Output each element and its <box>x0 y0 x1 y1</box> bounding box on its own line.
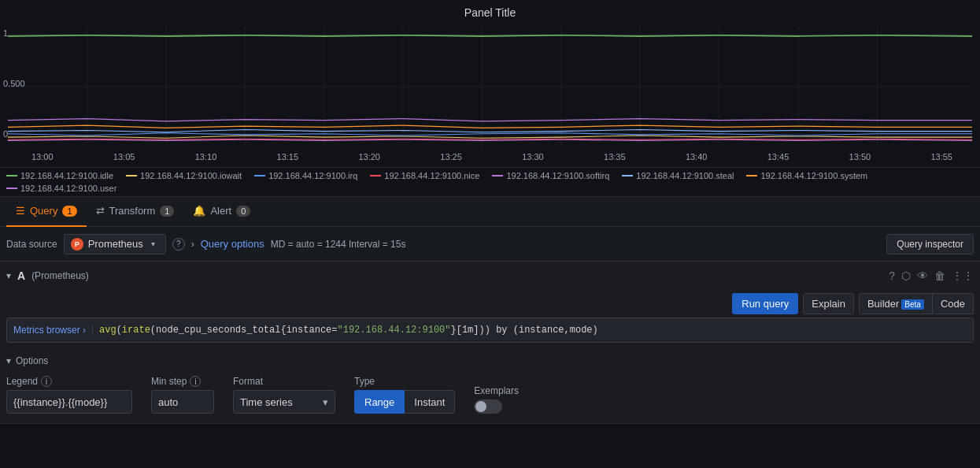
legend-color <box>492 175 503 176</box>
type-buttons: Range Instant <box>354 390 455 414</box>
y-label-2: 0.500 <box>3 79 25 88</box>
query-help-icon[interactable]: ? <box>889 269 895 282</box>
legend-option-label: Legend i <box>6 376 132 387</box>
legend-info-icon[interactable]: i <box>41 376 52 387</box>
x-label: 13:45 <box>767 152 790 162</box>
legend-item[interactable]: 192.168.44.12:9100.irq <box>254 171 357 180</box>
options-grid: Legend i Min step i Format Time seri <box>6 370 974 420</box>
x-label: 13:20 <box>358 152 380 162</box>
legend-label: 192.168.44.12:9100.irq <box>268 171 357 180</box>
min-step-info-icon[interactable]: i <box>190 376 201 387</box>
y-label-3: 0 <box>3 129 25 139</box>
legend-item[interactable]: 192.168.44.12:9100.nice <box>370 171 479 180</box>
exemplars-label-text: Exemplars <box>474 385 519 396</box>
legend-color <box>126 175 137 176</box>
beta-badge: Beta <box>901 299 924 310</box>
chevron-down-icon: ▾ <box>151 240 155 248</box>
tab-alert-badge: 0 <box>236 206 250 217</box>
legend-label: 192.168.44.12:9100.nice <box>384 171 479 180</box>
options-header[interactable]: ▾ Options <box>6 352 974 370</box>
min-step-input[interactable] <box>151 390 214 414</box>
datasource-info-icon[interactable]: ? <box>172 238 185 251</box>
min-step-option-group: Min step i <box>151 376 214 414</box>
legend-option-group: Legend i <box>6 376 132 414</box>
min-step-label-text: Min step <box>151 376 187 387</box>
query-options-link[interactable]: Query options <box>201 238 264 250</box>
min-step-option-label: Min step i <box>151 376 214 387</box>
query-expression[interactable]: avg(irate(node_cpu_seconds_total{instanc… <box>99 325 967 336</box>
x-label: 13:00 <box>31 152 54 162</box>
run-query-button[interactable]: Run query <box>732 293 798 314</box>
type-option-group: Type Range Instant <box>354 376 455 414</box>
legend-color <box>6 188 17 189</box>
x-label: 13:30 <box>522 152 544 162</box>
format-select[interactable]: Time series ▾ <box>233 390 335 414</box>
chart-x-labels: 13:00 13:05 13:10 13:15 13:20 13:25 13:3… <box>8 150 972 162</box>
legend-item[interactable]: 192.168.44.12:9100.iowait <box>126 171 242 180</box>
explain-button[interactable]: Explain <box>803 293 854 314</box>
query-options-bar: Data source P Prometheus ▾ ? › Query opt… <box>0 227 980 262</box>
legend-color <box>746 175 757 176</box>
tab-alert-icon: 🔔 <box>193 205 205 217</box>
type-label-text: Type <box>354 376 375 387</box>
chevron-right-icon[interactable]: › <box>191 239 194 250</box>
query-copy-icon[interactable]: ⬡ <box>901 269 911 282</box>
datasource-label: Data source <box>6 239 57 250</box>
type-instant-button[interactable]: Instant <box>405 390 455 414</box>
legend-color <box>254 175 265 176</box>
legend-label: 192.168.44.12:9100.user <box>20 184 116 193</box>
tab-transform[interactable]: ⇄ Transform 1 <box>87 197 184 227</box>
query-more-icon[interactable]: ⋮⋮ <box>952 269 974 282</box>
toggle-knob <box>475 401 486 412</box>
chart-svg <box>8 26 972 148</box>
legend-item[interactable]: 192.168.44.12:9100.idle <box>6 171 113 180</box>
query-eye-icon[interactable]: 👁 <box>917 269 928 282</box>
chart-area: 1 0.500 0 13:00 13:05 13:10 13:15 <box>0 22 980 168</box>
datasource-select[interactable]: P Prometheus ▾ <box>64 234 166 254</box>
metrics-query-row: Metrics browser › avg(irate(node_cpu_sec… <box>6 318 974 343</box>
x-label: 13:35 <box>604 152 626 162</box>
options-label: Options <box>16 355 48 366</box>
tabs-bar: ☰ Query 1 ⇄ Transform 1 🔔 Alert 0 <box>0 197 980 227</box>
query-toolbar: Run query Explain BuilderBeta Code <box>6 293 974 314</box>
legend-label: 192.168.44.12:9100.idle <box>20 171 113 180</box>
builder-button[interactable]: BuilderBeta <box>859 293 933 314</box>
legend-label: 192.168.44.12:9100.system <box>760 171 867 180</box>
query-inspector-button[interactable]: Query inspector <box>886 234 974 254</box>
legend-label-text: Legend <box>6 376 38 387</box>
tab-query-icon: ☰ <box>16 205 25 217</box>
legend-label: 192.168.44.12:9100.softirq <box>506 171 609 180</box>
code-button[interactable]: Code <box>933 293 974 314</box>
metrics-browser-button[interactable]: Metrics browser › <box>13 325 93 336</box>
tab-transform-icon: ⇄ <box>96 205 105 217</box>
x-label: 13:55 <box>930 152 952 162</box>
legend-label: 192.168.44.12:9100.iowait <box>140 171 242 180</box>
y-label-1: 1 <box>3 28 25 38</box>
legend-input[interactable] <box>6 390 132 414</box>
x-label: 13:10 <box>195 152 217 162</box>
legend-item[interactable]: 192.168.44.12:9100.steal <box>622 171 734 180</box>
query-datasource-name: (Prometheus) <box>31 270 882 281</box>
query-delete-icon[interactable]: 🗑 <box>934 269 945 282</box>
tab-alert[interactable]: 🔔 Alert 0 <box>183 197 260 227</box>
type-range-button[interactable]: Range <box>354 390 405 414</box>
format-label-text: Format <box>233 376 263 387</box>
legend-item[interactable]: 192.168.44.12:9100.user <box>6 184 116 193</box>
legend-item[interactable]: 192.168.44.12:9100.system <box>746 171 867 180</box>
format-value: Time series <box>240 396 293 408</box>
query-row-header: ▾ A (Prometheus) ? ⬡ 👁 🗑 ⋮⋮ <box>0 262 980 290</box>
legend-area: 192.168.44.12:9100.idle 192.168.44.12:91… <box>0 168 980 197</box>
format-chevron-icon: ▾ <box>323 396 328 408</box>
options-collapse-icon: ▾ <box>6 355 11 366</box>
x-label: 13:40 <box>686 152 708 162</box>
query-meta: MD = auto = 1244 Interval = 15s <box>271 239 881 250</box>
x-label: 13:50 <box>849 152 871 162</box>
exemplars-option-label: Exemplars <box>474 385 519 396</box>
exemplars-toggle[interactable] <box>474 399 502 414</box>
tab-query-label: Query <box>30 205 57 217</box>
legend-item[interactable]: 192.168.44.12:9100.softirq <box>492 171 609 180</box>
legend-color <box>622 175 633 176</box>
collapse-button[interactable]: ▾ <box>6 270 11 281</box>
x-label: 13:15 <box>277 152 299 162</box>
tab-query[interactable]: ☰ Query 1 <box>6 197 87 227</box>
